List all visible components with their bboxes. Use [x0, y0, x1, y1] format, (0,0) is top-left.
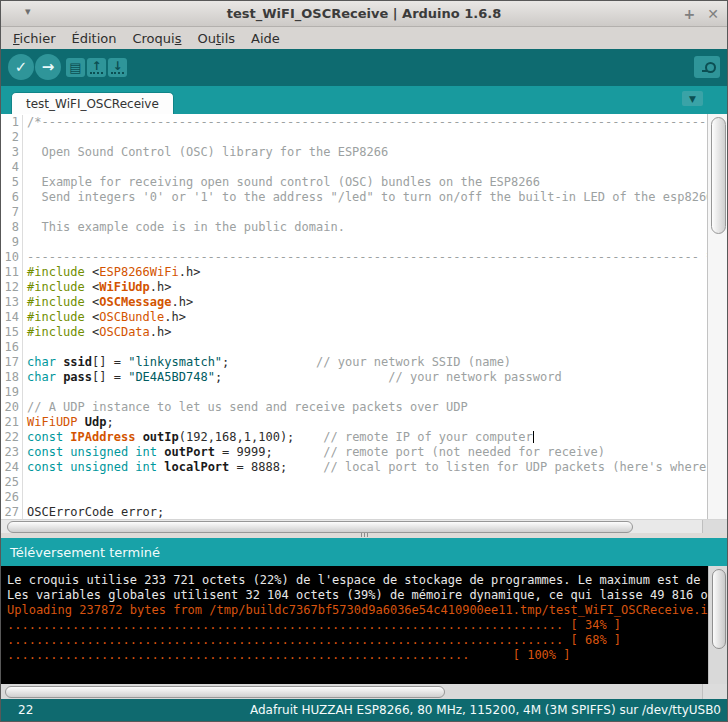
menu-aide[interactable]: Aide: [243, 30, 288, 47]
code-line[interactable]: 27OSCErrorCode error;: [1, 505, 727, 519]
menu-outils[interactable]: Outils: [189, 30, 243, 47]
code-line[interactable]: 9: [1, 235, 727, 250]
editor-lines: 1/*-------------------------------------…: [1, 115, 727, 519]
tab-label: test_WiFI_OSCReceive: [26, 97, 159, 111]
status-message: Téléversement terminé: [10, 545, 160, 560]
code-editor[interactable]: 1/*-------------------------------------…: [1, 114, 727, 519]
right-arrow-icon: →: [42, 58, 55, 76]
toolbar: ✓ → ▤ ↑ ↓: [1, 49, 727, 86]
console-output[interactable]: Le croquis utilise 233 721 octets (22%) …: [1, 566, 727, 684]
code-line[interactable]: 2: [1, 130, 727, 145]
line-number: 19: [1, 385, 23, 400]
console-line: ........................................…: [7, 633, 705, 648]
arduino-ide-window: ▾ test_WiFI_OSCReceive | Arduino 1.6.8 +…: [0, 0, 728, 722]
code-line[interactable]: 19: [1, 385, 727, 400]
console-vertical-scrollbar[interactable]: [708, 566, 727, 684]
line-number: 10: [1, 250, 23, 265]
code-line[interactable]: 25: [1, 475, 727, 490]
code-line[interactable]: 13#include <OSCMessage.h>: [1, 295, 727, 310]
code-line[interactable]: 14#include <OSCBundle.h>: [1, 310, 727, 325]
line-number: 4: [1, 160, 23, 175]
editor-console-splitter[interactable]: [1, 533, 727, 538]
code-line[interactable]: 6 Send integers '0' or '1' to the addres…: [1, 190, 727, 205]
console-line: Uploading 237872 bytes from /tmp/buildc7…: [7, 603, 705, 618]
down-arrow-icon: ↓: [111, 61, 123, 74]
close-button[interactable]: ✕: [707, 7, 719, 21]
save-button[interactable]: ↓: [108, 58, 127, 77]
line-number: 27: [1, 505, 23, 519]
splitter-grip-icon[interactable]: [364, 533, 365, 537]
chevron-down-icon: ▼: [689, 94, 696, 104]
code-line[interactable]: 18char pass[] = "DE4A5BD748"; // your ne…: [1, 370, 727, 385]
line-number: 5: [1, 175, 23, 190]
code-line[interactable]: 16: [1, 340, 727, 355]
window-menu-icon[interactable]: ▾: [25, 5, 31, 18]
editor-horizontal-scrollbar[interactable]: [1, 519, 727, 533]
line-number: 22: [1, 430, 23, 445]
code-line[interactable]: 17char ssid[] = "linkysmatch"; // your n…: [1, 355, 727, 370]
text-cursor: [533, 431, 534, 443]
code-line[interactable]: 15#include <OSCData.h>: [1, 325, 727, 340]
line-number: 13: [1, 295, 23, 310]
line-number: 12: [1, 280, 23, 295]
up-arrow-icon: ↑: [90, 61, 102, 74]
console-line: Le croquis utilise 233 721 octets (22%) …: [7, 573, 705, 588]
verify-button[interactable]: ✓: [8, 54, 34, 80]
line-number: 6: [1, 190, 23, 205]
line-number: 3: [1, 145, 23, 160]
scrollbar-thumb[interactable]: [712, 569, 726, 649]
maximize-button[interactable]: +: [684, 7, 696, 21]
menu-fichier[interactable]: Fichier: [5, 30, 64, 47]
open-button[interactable]: ↑: [87, 58, 106, 77]
line-number: 18: [1, 370, 23, 385]
line-number: 1: [1, 115, 23, 130]
code-line[interactable]: 26: [1, 490, 727, 505]
new-sketch-button[interactable]: ▤: [66, 58, 85, 77]
board-port-info: Adafruit HUZZAH ESP8266, 80 MHz, 115200,…: [250, 703, 721, 717]
check-icon: ✓: [15, 58, 28, 76]
code-line[interactable]: 3 Open Sound Control (OSC) library for t…: [1, 145, 727, 160]
code-line[interactable]: 22const IPAddress outIp(192,168,1,100); …: [1, 430, 727, 445]
code-line[interactable]: 1/*-------------------------------------…: [1, 115, 727, 130]
console-line: Les variables globales utilisent 32 104 …: [7, 588, 705, 603]
code-line[interactable]: 4: [1, 160, 727, 175]
menu-croquis[interactable]: Croquis: [124, 30, 189, 47]
upload-button[interactable]: →: [35, 54, 61, 80]
magnifier-icon: [702, 62, 713, 73]
line-number: 14: [1, 310, 23, 325]
scrollbar-corner: [702, 520, 727, 533]
tab-strip: test_WiFI_OSCReceive ▼: [1, 86, 727, 114]
code-line[interactable]: 5 Example for receiving open sound contr…: [1, 175, 727, 190]
line-number: 20: [1, 400, 23, 415]
line-number: 15: [1, 325, 23, 340]
line-number: 25: [1, 475, 23, 490]
scrollbar-thumb[interactable]: [5, 686, 445, 698]
scrollbar-thumb[interactable]: [711, 117, 726, 234]
console-horizontal-scrollbar[interactable]: [1, 684, 727, 699]
code-line[interactable]: 23const unsigned int outPort = 9999; // …: [1, 445, 727, 460]
status-bar: Téléversement terminé: [1, 538, 727, 566]
title-bar[interactable]: ▾ test_WiFI_OSCReceive | Arduino 1.6.8 +…: [1, 1, 727, 27]
serial-monitor-button[interactable]: [694, 56, 720, 78]
line-number: 23: [1, 445, 23, 460]
current-line-indicator: 22: [18, 703, 33, 717]
scrollbar-corner: [702, 684, 727, 699]
window-title: test_WiFI_OSCReceive | Arduino 1.6.8: [227, 6, 502, 21]
code-line[interactable]: 12#include <WiFiUdp.h>: [1, 280, 727, 295]
line-number: 8: [1, 220, 23, 235]
code-line[interactable]: 24const unsigned int localPort = 8888; /…: [1, 460, 727, 475]
console-lines: Le croquis utilise 233 721 octets (22%) …: [7, 573, 705, 663]
line-number: 17: [1, 355, 23, 370]
menu-edition[interactable]: Édition: [64, 30, 125, 47]
code-line[interactable]: 11#include <ESP8266WiFi.h>: [1, 265, 727, 280]
code-line[interactable]: 8 This example code is in the public dom…: [1, 220, 727, 235]
scrollbar-thumb[interactable]: [7, 521, 633, 533]
tab-list-button[interactable]: ▼: [682, 91, 703, 106]
tab-test-wifi-oscreceive[interactable]: test_WiFI_OSCReceive: [11, 92, 174, 115]
code-line[interactable]: 20// A UDP instance to let us send and r…: [1, 400, 727, 415]
code-line[interactable]: 7: [1, 205, 727, 220]
code-line[interactable]: 10--------------------------------------…: [1, 250, 727, 265]
line-number: 16: [1, 340, 23, 355]
editor-vertical-scrollbar[interactable]: [707, 114, 727, 519]
code-line[interactable]: 21WiFiUDP Udp;: [1, 415, 727, 430]
